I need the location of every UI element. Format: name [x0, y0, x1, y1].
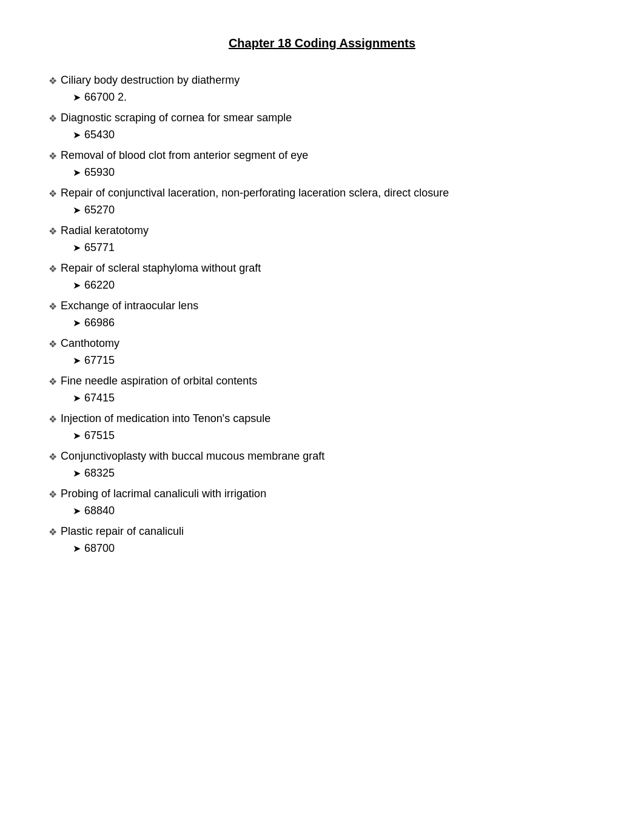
- item-label-text: Probing of lacrimal canaliculi with irri…: [61, 486, 595, 502]
- item-code-value: 67415: [84, 392, 115, 404]
- item-label-text: Repair of conjunctival laceration, non-p…: [61, 185, 595, 201]
- arrow-icon: ➤: [73, 543, 81, 554]
- arrow-icon: ➤: [73, 505, 81, 517]
- diamond-icon: ❖: [49, 300, 57, 314]
- arrow-icon: ➤: [73, 167, 81, 178]
- diamond-icon: ❖: [49, 337, 57, 352]
- arrow-icon: ➤: [73, 204, 81, 216]
- coding-list: ❖Ciliary body destruction by diathermy➤6…: [49, 72, 595, 555]
- item-code-value: 68840: [84, 505, 115, 517]
- list-item: ❖Radial keratotomy➤65771: [49, 223, 595, 254]
- diamond-icon: ❖: [49, 224, 57, 239]
- list-item: ❖Repair of scleral staphyloma without gr…: [49, 260, 595, 292]
- item-code-value: 66700 2.: [84, 91, 127, 104]
- diamond-icon: ❖: [49, 450, 57, 464]
- item-code-value: 67715: [84, 354, 115, 367]
- diamond-icon: ❖: [49, 74, 57, 89]
- item-label-text: Plastic repair of canaliculi: [61, 523, 595, 540]
- page-title: Chapter 18 Coding Assignments: [49, 36, 595, 50]
- list-item: ❖Fine needle aspiration of orbital conte…: [49, 373, 595, 404]
- item-code-value: 65930: [84, 166, 115, 179]
- item-code-value: 65430: [84, 129, 115, 141]
- item-label-text: Fine needle aspiration of orbital conten…: [61, 373, 595, 389]
- item-label-text: Canthotomy: [61, 335, 595, 352]
- list-item: ❖Diagnostic scraping of cornea for smear…: [49, 110, 595, 141]
- arrow-icon: ➤: [73, 468, 81, 479]
- list-item: ❖Repair of conjunctival laceration, non-…: [49, 185, 595, 216]
- arrow-icon: ➤: [73, 430, 81, 441]
- arrow-icon: ➤: [73, 129, 81, 141]
- arrow-icon: ➤: [73, 92, 81, 103]
- list-item: ❖Probing of lacrimal canaliculi with irr…: [49, 486, 595, 517]
- list-item: ❖Conjunctivoplasty with buccal mucous me…: [49, 448, 595, 480]
- diamond-icon: ❖: [49, 262, 57, 277]
- arrow-icon: ➤: [73, 355, 81, 366]
- item-code-value: 66220: [84, 279, 115, 292]
- diamond-icon: ❖: [49, 112, 57, 126]
- list-item: ❖Plastic repair of canaliculi➤68700: [49, 523, 595, 555]
- item-label-text: Ciliary body destruction by diathermy: [61, 72, 595, 89]
- arrow-icon: ➤: [73, 317, 81, 329]
- item-label-text: Repair of scleral staphyloma without gra…: [61, 260, 595, 277]
- item-label-text: Injection of medication into Tenon's cap…: [61, 411, 595, 427]
- item-code-value: 65270: [84, 204, 115, 216]
- item-label-text: Conjunctivoplasty with buccal mucous mem…: [61, 448, 595, 464]
- item-code-value: 65771: [84, 241, 115, 254]
- list-item: ❖Canthotomy➤67715: [49, 335, 595, 367]
- item-code-value: 68700: [84, 542, 115, 555]
- list-item: ❖Removal of blood clot from anterior seg…: [49, 147, 595, 179]
- diamond-icon: ❖: [49, 375, 57, 389]
- diamond-icon: ❖: [49, 412, 57, 427]
- item-code-value: 67515: [84, 429, 115, 442]
- arrow-icon: ➤: [73, 280, 81, 291]
- item-label-text: Radial keratotomy: [61, 223, 595, 239]
- item-label-text: Exchange of intraocular lens: [61, 298, 595, 314]
- list-item: ❖Exchange of intraocular lens➤66986: [49, 298, 595, 329]
- arrow-icon: ➤: [73, 392, 81, 404]
- list-item: ❖Ciliary body destruction by diathermy➤6…: [49, 72, 595, 104]
- diamond-icon: ❖: [49, 149, 57, 164]
- item-code-value: 68325: [84, 467, 115, 480]
- item-code-value: 66986: [84, 317, 115, 329]
- item-label-text: Diagnostic scraping of cornea for smear …: [61, 110, 595, 126]
- list-item: ❖Injection of medication into Tenon's ca…: [49, 411, 595, 442]
- diamond-icon: ❖: [49, 488, 57, 502]
- item-label-text: Removal of blood clot from anterior segm…: [61, 147, 595, 164]
- arrow-icon: ➤: [73, 242, 81, 253]
- diamond-icon: ❖: [49, 187, 57, 201]
- diamond-icon: ❖: [49, 525, 57, 540]
